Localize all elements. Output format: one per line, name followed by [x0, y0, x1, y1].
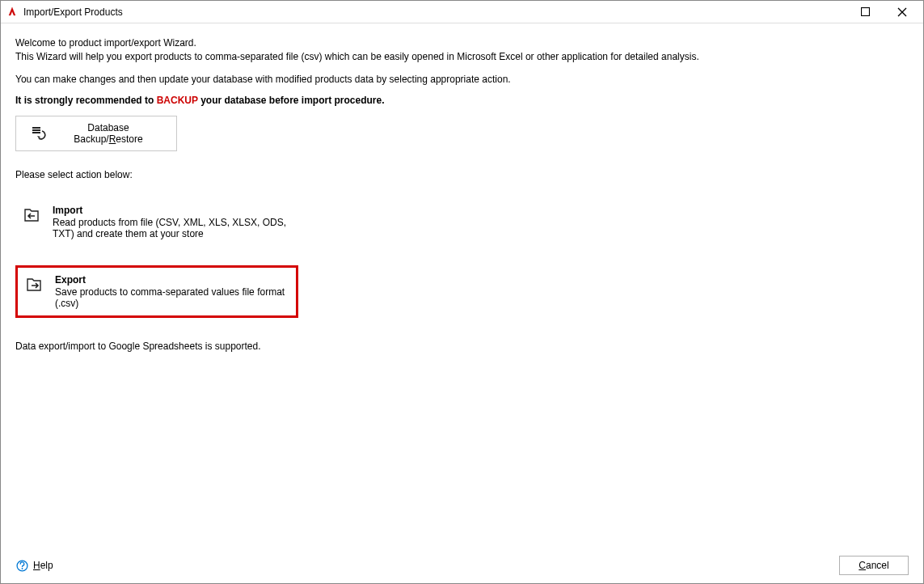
intro-line-2: This Wizard will help you export product… — [15, 50, 909, 64]
help-link[interactable]: Help — [15, 559, 53, 572]
help-label: Help — [33, 560, 53, 571]
svg-point-5 — [21, 568, 23, 569]
titlebar: Import/Export Products — [1, 1, 923, 23]
import-description: Read products from file (CSV, XML, XLS, … — [53, 217, 290, 239]
google-spreadsheets-note: Data export/import to Google Spreadsheet… — [15, 341, 909, 352]
database-backup-icon — [31, 125, 47, 142]
app-icon — [6, 6, 19, 19]
content-area: Welcome to product import/export Wizard.… — [1, 23, 923, 583]
export-option-text: Export Save products to comma-separated … — [55, 274, 288, 309]
svg-rect-2 — [32, 129, 40, 131]
close-button[interactable] — [884, 2, 920, 23]
database-backup-label: Database Backup/Restore — [55, 122, 162, 145]
cancel-label: Cancel — [859, 560, 888, 571]
svg-rect-1 — [32, 127, 40, 129]
import-option-text: Import Read products from file (CSV, XML… — [53, 205, 290, 239]
window-title: Import/Export Products — [23, 6, 847, 18]
backup-recommendation: It is strongly recommended to BACKUP you… — [15, 95, 909, 106]
svg-rect-0 — [862, 8, 870, 16]
database-backup-restore-button[interactable]: Database Backup/Restore — [15, 116, 177, 151]
intro-text: Welcome to product import/export Wizard.… — [15, 36, 909, 95]
import-option[interactable]: Import Read products from file (CSV, XML… — [15, 198, 298, 246]
export-description: Save products to comma-separated values … — [55, 286, 288, 309]
maximize-button[interactable] — [847, 2, 884, 23]
cancel-button[interactable]: Cancel — [839, 556, 909, 575]
intro-line-3: You can make changes and then update you… — [15, 73, 909, 87]
footer: Help Cancel — [15, 548, 909, 575]
select-action-label: Please select action below: — [15, 169, 909, 180]
export-icon — [26, 276, 44, 294]
svg-rect-3 — [32, 132, 40, 133]
recommend-suffix: your database before import procedure. — [198, 95, 385, 106]
recommend-backup-word: BACKUP — [157, 95, 198, 106]
import-title: Import — [53, 205, 290, 216]
export-option[interactable]: Export Save products to comma-separated … — [15, 265, 298, 318]
window-controls — [847, 2, 920, 23]
import-icon — [23, 206, 41, 224]
recommend-prefix: It is strongly recommended to — [15, 95, 157, 106]
help-icon — [15, 559, 28, 572]
intro-line-1: Welcome to product import/export Wizard. — [15, 36, 909, 50]
export-title: Export — [55, 274, 288, 286]
